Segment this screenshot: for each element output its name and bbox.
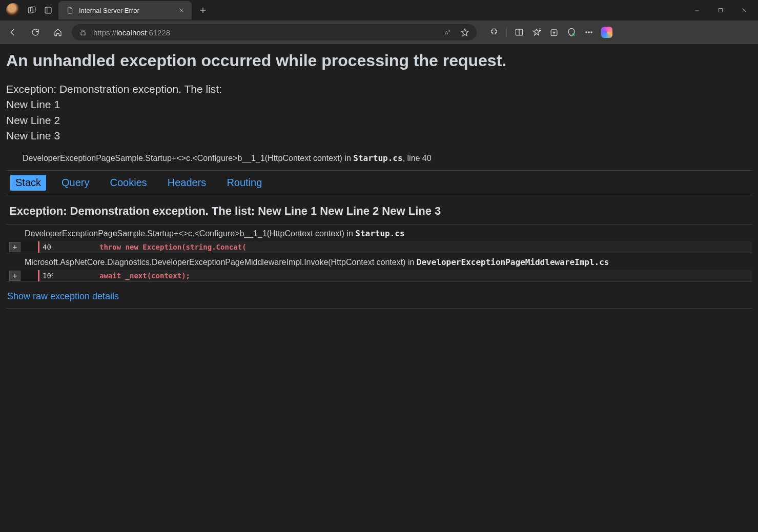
back-button[interactable] bbox=[4, 24, 22, 41]
window-titlebar: Internal Server Error bbox=[0, 0, 758, 21]
collections-icon[interactable] bbox=[549, 27, 559, 37]
close-window-button[interactable] bbox=[732, 0, 756, 21]
exception-message: Exception: Demonstration exception. The … bbox=[6, 81, 752, 144]
copilot-icon[interactable] bbox=[601, 27, 612, 38]
frame-header: Microsoft.AspNetCore.Diagnostics.Develop… bbox=[6, 253, 752, 270]
window-controls bbox=[685, 0, 756, 21]
svg-point-24 bbox=[586, 32, 587, 33]
code-line-number: 109. bbox=[38, 270, 53, 281]
code-line: await _next(context); bbox=[53, 270, 752, 281]
tab-actions-icon[interactable] bbox=[43, 5, 53, 15]
stack-heading: Exception: Demonstration exception. The … bbox=[6, 195, 752, 224]
read-aloud-icon[interactable]: A)) bbox=[444, 28, 453, 37]
tab-cookies[interactable]: Cookies bbox=[105, 175, 152, 191]
location-method: DeveloperExceptionPageSample.Startup+<>c… bbox=[23, 154, 353, 162]
tab-query[interactable]: Query bbox=[56, 175, 94, 191]
page-title: An unhandled exception occurred while pr… bbox=[6, 51, 752, 70]
error-tabs: Stack Query Cookies Headers Routing bbox=[6, 170, 752, 195]
refresh-button[interactable] bbox=[27, 24, 44, 41]
exception-location: DeveloperExceptionPageSample.Startup+<>c… bbox=[6, 153, 752, 163]
show-raw-exception-link[interactable]: Show raw exception details bbox=[6, 282, 752, 309]
extensions-icon[interactable] bbox=[489, 27, 499, 37]
svg-point-25 bbox=[588, 32, 589, 33]
frame-file: DeveloperExceptionPageMiddlewareImpl.cs bbox=[417, 257, 609, 267]
browser-toolbar: https://localhost:61228 A)) bbox=[0, 21, 758, 44]
location-file: Startup.cs bbox=[353, 153, 402, 163]
frame-header: DeveloperExceptionPageSample.Startup+<>c… bbox=[6, 224, 752, 241]
new-tab-button[interactable] bbox=[195, 2, 211, 18]
tab-title: Internal Server Error bbox=[79, 7, 171, 14]
favorites-icon[interactable] bbox=[531, 27, 542, 37]
workspaces-icon[interactable] bbox=[27, 5, 37, 15]
minimize-button[interactable] bbox=[685, 0, 709, 21]
toolbar-right bbox=[489, 27, 612, 38]
svg-marker-15 bbox=[461, 29, 468, 36]
tab-routing[interactable]: Routing bbox=[221, 175, 267, 191]
profile-avatar[interactable] bbox=[6, 3, 21, 17]
svg-point-26 bbox=[591, 32, 592, 33]
frame-code-row: + 40. throw new Exception(string.Concat( bbox=[6, 241, 752, 253]
svg-rect-12 bbox=[81, 32, 85, 35]
frame-method: Microsoft.AspNetCore.Diagnostics.Develop… bbox=[25, 258, 417, 267]
url-host: localhost bbox=[116, 28, 147, 37]
svg-rect-2 bbox=[45, 7, 51, 13]
maximize-button[interactable] bbox=[709, 0, 732, 21]
more-menu-icon[interactable] bbox=[584, 27, 594, 37]
performance-icon[interactable] bbox=[566, 27, 577, 37]
code-line-number: 40. bbox=[38, 241, 53, 253]
toolbar-separator bbox=[506, 27, 507, 37]
expand-frame-button[interactable]: + bbox=[9, 271, 21, 281]
close-tab-icon[interactable] bbox=[176, 5, 187, 15]
page-content: An unhandled exception occurred while pr… bbox=[0, 44, 758, 532]
code-line: throw new Exception(string.Concat( bbox=[53, 241, 752, 253]
url-scheme: https:// bbox=[93, 28, 116, 37]
split-screen-icon[interactable] bbox=[514, 27, 524, 37]
svg-text:A: A bbox=[445, 30, 448, 35]
tab-stack[interactable]: Stack bbox=[10, 175, 46, 191]
url-text: https://localhost:61228 bbox=[93, 28, 170, 37]
frame-code-row: + 109. await _next(context); bbox=[6, 270, 752, 281]
location-suffix: , line 40 bbox=[403, 154, 432, 162]
svg-rect-9 bbox=[719, 9, 723, 12]
address-bar[interactable]: https://localhost:61228 A)) bbox=[72, 24, 477, 40]
frame-file: Startup.cs bbox=[355, 229, 404, 238]
home-button[interactable] bbox=[49, 24, 67, 41]
frame-method: DeveloperExceptionPageSample.Startup+<>c… bbox=[25, 229, 355, 238]
favorite-star-icon[interactable] bbox=[460, 28, 469, 37]
stack-frame: Microsoft.AspNetCore.Diagnostics.Develop… bbox=[6, 253, 752, 282]
browser-tab[interactable]: Internal Server Error bbox=[58, 1, 192, 19]
titlebar-left bbox=[2, 3, 53, 17]
svg-text:)): )) bbox=[448, 29, 450, 32]
stack-frame: DeveloperExceptionPageSample.Startup+<>c… bbox=[6, 224, 752, 253]
page-icon bbox=[66, 6, 74, 14]
tab-headers[interactable]: Headers bbox=[162, 175, 212, 191]
lock-icon bbox=[79, 28, 87, 36]
url-port: :61228 bbox=[147, 28, 170, 37]
expand-frame-button[interactable]: + bbox=[9, 242, 21, 252]
